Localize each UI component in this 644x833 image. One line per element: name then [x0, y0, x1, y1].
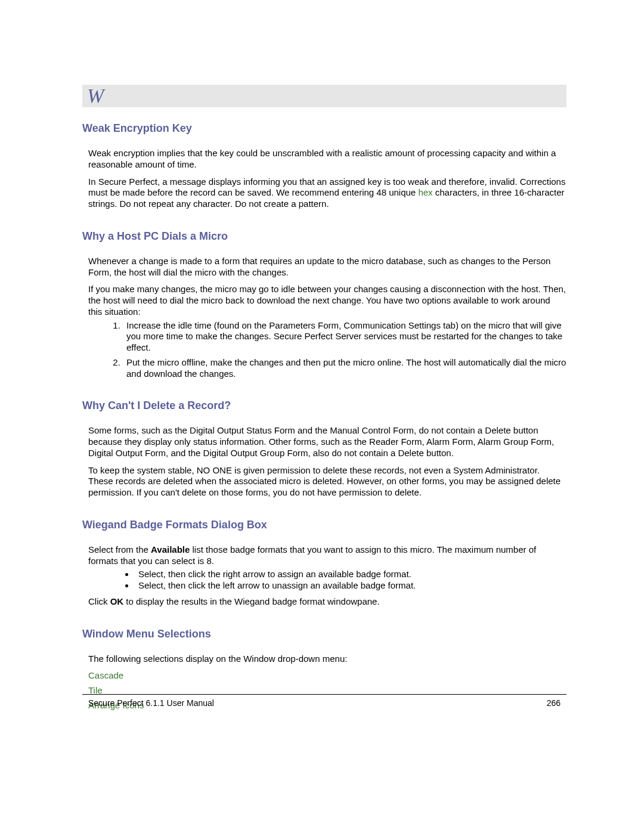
- page-footer: Secure Perfect 6.1.1 User Manual 266: [82, 694, 566, 708]
- list-item: Select, then click the right arrow to as…: [135, 569, 566, 580]
- paragraph: In Secure Perfect, a message displays in…: [82, 176, 566, 210]
- paragraph: Click OK to display the results in the W…: [82, 596, 566, 608]
- paragraph: Whenever a change is made to a form that…: [82, 256, 566, 278]
- text-run: Click: [88, 596, 110, 606]
- index-letter-bar: W: [82, 85, 566, 107]
- paragraph: Some forms, such as the Digital Output S…: [82, 425, 566, 459]
- heading-why-host-pc-dials-micro: Why a Host PC Dials a Micro: [82, 230, 566, 243]
- list-item: Increase the idle time (found on the Par…: [123, 320, 566, 354]
- heading-wiegand-badge-formats: Wiegand Badge Formats Dialog Box: [82, 519, 566, 531]
- list-item: Select, then click the left arrow to una…: [135, 580, 566, 592]
- footer-page-number: 266: [547, 698, 561, 708]
- text-bold-ok: OK: [110, 596, 124, 606]
- footer-row: Secure Perfect 6.1.1 User Manual 266: [82, 698, 566, 708]
- link-cascade[interactable]: Cascade: [88, 670, 123, 680]
- document-page: W Weak Encryption Key Weak encryption im…: [0, 0, 644, 833]
- footer-rule: [82, 694, 566, 695]
- footer-manual-title: Secure Perfect 6.1.1 User Manual: [88, 698, 214, 708]
- text-run: to display the results in the Wiegand ba…: [123, 596, 379, 606]
- paragraph: To keep the system stable, NO ONE is giv…: [82, 465, 566, 498]
- bulleted-list: Select, then click the right arrow to as…: [82, 569, 566, 592]
- numbered-list: Increase the idle time (found on the Par…: [82, 320, 566, 380]
- text-run: Select from the: [88, 544, 151, 555]
- list-item: Put the micro offline, make the changes …: [123, 357, 566, 380]
- heading-weak-encryption-key: Weak Encryption Key: [82, 122, 566, 135]
- text-bold-available: Available: [151, 544, 190, 555]
- paragraph: If you make many changes, the micro may …: [82, 284, 566, 317]
- heading-why-cant-delete-record: Why Can't I Delete a Record?: [82, 400, 566, 412]
- paragraph: The following selections display on the …: [82, 654, 566, 665]
- paragraph: Weak encryption implies that the key cou…: [82, 148, 566, 171]
- paragraph: Select from the Available list those bad…: [82, 544, 566, 567]
- index-letter: W: [87, 86, 104, 106]
- link-hex[interactable]: hex: [418, 187, 432, 197]
- heading-window-menu-selections: Window Menu Selections: [82, 628, 566, 640]
